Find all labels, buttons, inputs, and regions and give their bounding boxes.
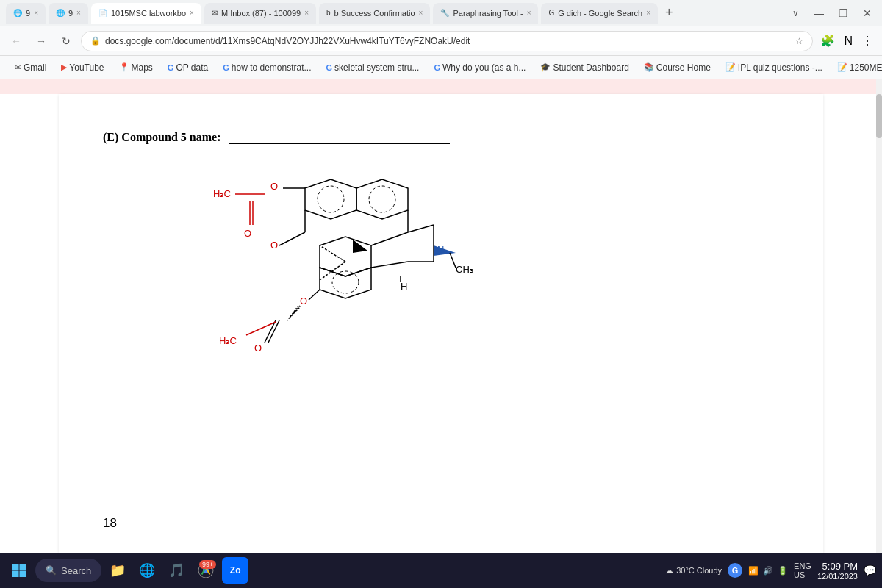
bookmark-ipl-label: IPL quiz questions -... — [738, 62, 822, 73]
o-ester-top: O — [270, 181, 278, 192]
tab-6-close[interactable]: × — [527, 9, 531, 17]
scrollbar[interactable] — [876, 79, 882, 553]
google-tray-icon[interactable]: G — [728, 563, 742, 578]
bookmark-star-icon[interactable]: ☆ — [795, 36, 803, 46]
tab-3-close[interactable]: × — [190, 9, 194, 17]
extensions-icon[interactable]: 🧩 — [817, 31, 838, 51]
taskbar: 🔍 Search 📁 🌐 🎵 99+ Zo — [0, 553, 882, 588]
tab-5-label: b Success Confirmatio — [334, 9, 415, 18]
address-text: docs.google.com/document/d/11Xms9CAtqNdV… — [105, 36, 791, 46]
browser-frame: 🌐 9 × 🌐 9 × 📄 1015MSC labworkbo × ✉ M In… — [0, 0, 882, 588]
bookmark-maps[interactable]: 📍 Maps — [113, 61, 159, 74]
page-content: (E) Compound 5 name: H₃C O — [0, 79, 882, 553]
tab-2-close[interactable]: × — [76, 9, 81, 17]
bookmark-student-label: Student Dashboard — [553, 62, 628, 73]
address-bar[interactable]: 🔒 docs.google.com/document/d/11Xms9CAtqN… — [81, 31, 813, 51]
bookmark-maps-label: Maps — [132, 62, 153, 73]
bookmark-course-label: Course Home — [656, 62, 711, 73]
bookmark-opdata-label: OP data — [176, 62, 208, 73]
windows-logo-icon — [12, 563, 26, 578]
restore-button[interactable]: ❐ — [834, 7, 853, 19]
bookmark-why-label: Why do you (as a h... — [442, 62, 526, 73]
clock-time: 5:09 PM — [817, 561, 858, 572]
close-button[interactable]: ✕ — [858, 7, 876, 19]
bookmark-student[interactable]: 🎓 Student Dashboard — [534, 61, 634, 74]
svg-point-20 — [332, 271, 359, 293]
maps-icon: 📍 — [119, 62, 129, 72]
search-icon: 🔍 — [46, 565, 57, 576]
o-lower-ester: O — [300, 295, 307, 306]
h-label: H — [401, 281, 407, 292]
taskbar-app-browser[interactable]: 🌐 — [134, 557, 160, 584]
h3c-top-label: H₃C — [213, 188, 231, 199]
back-button[interactable]: ← — [6, 31, 26, 51]
taskbar-app-zalo[interactable]: Zo — [222, 557, 248, 584]
tab-7-close[interactable]: × — [646, 9, 650, 17]
doc-top-padding — [0, 79, 882, 94]
bookmark-opdata[interactable]: G OP data — [162, 61, 214, 74]
minimize-button[interactable]: — — [809, 7, 828, 19]
bookmark-gmail[interactable]: ✉ Gmail — [9, 61, 52, 74]
bookmark-1250-label: 1250MED - Griffith... — [850, 62, 882, 73]
opdata-icon: G — [168, 63, 174, 72]
o-top-carbonyl: O — [244, 228, 251, 239]
scrollbar-thumb[interactable] — [876, 94, 882, 138]
dash-bond-2 — [320, 245, 345, 262]
volume-icon[interactable]: 🔊 — [763, 566, 773, 576]
tab-7[interactable]: G G dich - Google Search × — [541, 3, 658, 24]
tab-1-icon: 🌐 — [13, 9, 22, 17]
nav-right-icons: 🧩 N ⋮ — [817, 31, 876, 51]
bookmark-skeletal[interactable]: G skeletal system stru... — [320, 61, 426, 74]
tab-1-close[interactable]: × — [34, 9, 38, 17]
taskbar-apps: 📁 🌐 🎵 99+ Zo — [104, 557, 248, 584]
taskbar-app-files[interactable]: 📁 — [104, 557, 131, 584]
1250-icon: 📝 — [837, 62, 847, 72]
forward-button[interactable]: → — [31, 31, 51, 51]
tab-6[interactable]: 🔧 Paraphrasing Tool - × — [433, 3, 538, 24]
bookmarks-bar: ✉ Gmail ▶ YouTube 📍 Maps G OP data G how… — [0, 56, 882, 79]
title-bar: 🌐 9 × 🌐 9 × 📄 1015MSC labworkbo × ✉ M In… — [0, 0, 882, 26]
tab-2-label: 9 — [68, 9, 73, 18]
tab-4-close[interactable]: × — [304, 9, 309, 17]
network-icon[interactable]: 📶 — [748, 566, 759, 576]
svg-point-5 — [318, 186, 344, 212]
new-tab-button[interactable]: + — [661, 5, 678, 21]
taskbar-search-bar[interactable]: 🔍 Search — [35, 559, 101, 582]
answer-blank — [229, 143, 450, 144]
menu-icon[interactable]: ⋮ — [858, 31, 876, 51]
refresh-button[interactable]: ↻ — [56, 31, 76, 51]
taskbar-clock[interactable]: 5:09 PM 12/01/2023 — [817, 561, 858, 581]
tab-6-icon: 🔧 — [440, 9, 449, 17]
notification-center-icon[interactable]: 💬 — [864, 564, 876, 576]
tab-5[interactable]: b b Success Confirmatio × — [319, 3, 430, 24]
bookmark-how-to[interactable]: G how to demonstrat... — [217, 61, 317, 74]
tab-4[interactable]: ✉ M Inbox (87) - 100099 × — [204, 3, 316, 24]
windows-start-button[interactable] — [6, 557, 32, 584]
bookmark-why[interactable]: G Why do you (as a h... — [428, 61, 531, 74]
taskbar-app-media[interactable]: 🎵 — [163, 557, 190, 584]
chrome-notification-badge: 99+ — [199, 560, 216, 569]
bookmark-ipl[interactable]: 📝 IPL quiz questions -... — [720, 61, 828, 74]
tab-3-active[interactable]: 📄 1015MSC labworkbo × — [91, 3, 201, 24]
profile-icon[interactable]: N — [841, 32, 856, 51]
tab-list-button[interactable]: ∨ — [792, 8, 799, 18]
bookmark-course[interactable]: 📚 Course Home — [638, 61, 717, 74]
dash-bond-1 — [320, 262, 345, 280]
tab-4-label: M Inbox (87) - 100099 — [221, 9, 301, 18]
battery-icon[interactable]: 🔋 — [778, 566, 788, 576]
youtube-icon: ▶ — [61, 62, 67, 72]
tab-5-close[interactable]: × — [419, 9, 423, 17]
weather-text: 30°C Cloudy — [676, 566, 722, 575]
tab-7-icon: G — [548, 9, 554, 17]
tab-2-icon: 🌐 — [56, 9, 65, 17]
tab-1-label: 9 — [26, 9, 30, 18]
tab-2[interactable]: 🌐 9 × — [49, 3, 88, 24]
tab-3-icon: 📄 — [98, 9, 107, 17]
bookmark-1250[interactable]: 📝 1250MED - Griffith... — [831, 61, 882, 74]
tab-6-label: Paraphrasing Tool - — [453, 9, 523, 18]
tab-1[interactable]: 🌐 9 × — [6, 3, 46, 24]
bookmark-youtube[interactable]: ▶ YouTube — [55, 61, 110, 74]
address-right-icons: ☆ — [795, 36, 803, 46]
svg-rect-28 — [12, 564, 19, 570]
svg-marker-4 — [305, 179, 356, 219]
